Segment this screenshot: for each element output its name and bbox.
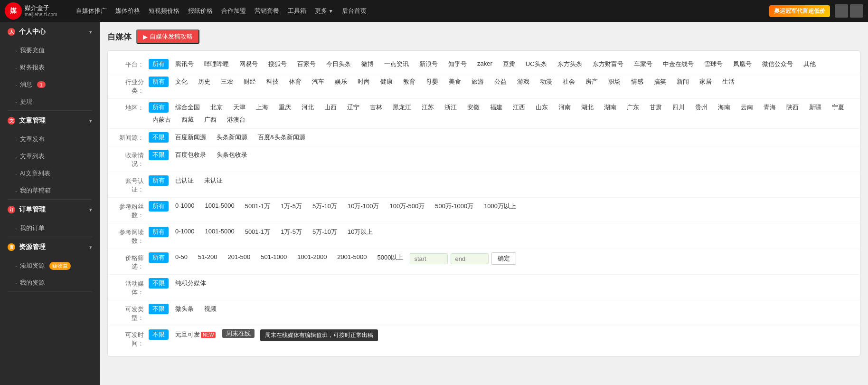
filter-tag-501-1000[interactable]: 501-1000 [257, 252, 291, 261]
filter-tag-东方头条[interactable]: 东方头条 [554, 59, 586, 69]
filter-tag-5001-1万[interactable]: 5001-1万 [241, 201, 274, 212]
filter-tag-西藏[interactable]: 西藏 [178, 115, 198, 125]
filter-tag-1001-2000[interactable]: 1001-2000 [293, 252, 330, 261]
filter-tag-新浪号[interactable]: 新浪号 [415, 59, 442, 69]
filter-tag-zaker[interactable]: zaker [473, 59, 496, 68]
filter-tag-宁夏[interactable]: 宁夏 [828, 102, 848, 113]
price-confirm-button[interactable]: 确定 [491, 252, 516, 265]
nav-item-工具箱[interactable]: 工具箱 [288, 7, 306, 15]
filter-tag-腾讯号[interactable]: 腾讯号 [171, 59, 198, 69]
filter-tag-历史[interactable]: 历史 [194, 77, 214, 87]
filter-tag-1000万以上[interactable]: 1000万以上 [480, 201, 520, 212]
filter-tag-UC头条[interactable]: UC头条 [522, 59, 551, 69]
sidebar-item-添加资源[interactable]: ·添加资源赚收益 [0, 257, 100, 274]
filter-tag-1001-5000[interactable]: 1001-5000 [201, 227, 238, 236]
filter-tag-动漫[interactable]: 动漫 [536, 77, 556, 87]
filter-tag-凤凰号[interactable]: 凤凰号 [729, 59, 755, 69]
filter-tag-0-1000[interactable]: 0-1000 [171, 227, 198, 236]
filter-tag-百度&头条新闻源[interactable]: 百度&头条新闻源 [254, 132, 309, 143]
filter-tag-10万以上[interactable]: 10万以上 [344, 227, 377, 237]
sidebar-header-personal[interactable]: 人 个人中心 ▾ [0, 22, 100, 42]
filter-tag-1万-5万[interactable]: 1万-5万 [277, 227, 306, 237]
filter-tag-视频[interactable]: 视频 [200, 304, 220, 314]
filter-tag-广西[interactable]: 广西 [200, 115, 220, 125]
filter-tag-浙江[interactable]: 浙江 [441, 102, 461, 113]
filter-tag-所有[interactable]: 所有 [149, 227, 169, 237]
filter-tag-新疆[interactable]: 新疆 [805, 102, 825, 113]
filter-tag-2001-5000[interactable]: 2001-5000 [333, 252, 370, 261]
filter-tag-公益[interactable]: 公益 [491, 77, 510, 87]
filter-tag-新闻[interactable]: 新闻 [673, 77, 693, 87]
filter-tag-社会[interactable]: 社会 [559, 77, 579, 87]
filter-tag-北京[interactable]: 北京 [207, 102, 226, 113]
filter-tag-山西[interactable]: 山西 [321, 102, 340, 113]
filter-tag-上海[interactable]: 上海 [252, 102, 272, 113]
filter-tag-车家号[interactable]: 车家号 [630, 59, 656, 69]
filter-tag-母婴[interactable]: 母婴 [422, 77, 442, 87]
filter-tag-中金在线号[interactable]: 中金在线号 [659, 59, 698, 69]
filter-tag-贵州[interactable]: 贵州 [691, 102, 711, 113]
filter-tag-东方财富号[interactable]: 东方财富号 [589, 59, 627, 69]
filter-tag-微信公众号[interactable]: 微信公众号 [758, 59, 797, 69]
filter-tag-搞笑[interactable]: 搞笑 [650, 77, 670, 87]
nav-item-报纸价格[interactable]: 报纸价格 [188, 7, 213, 15]
filter-tag-周末在线[interactable]: 周末在线 [222, 329, 255, 338]
filter-tag-豆瓣[interactable]: 豆瓣 [499, 59, 519, 69]
nav-item-自媒体推广[interactable]: 自媒体推广 [76, 7, 107, 15]
filter-tag-四川[interactable]: 四川 [669, 102, 689, 113]
filter-tag-网易号[interactable]: 网易号 [236, 59, 262, 69]
filter-tag-海南[interactable]: 海南 [714, 102, 734, 113]
filter-tag-100万-500万[interactable]: 100万-500万 [386, 201, 428, 212]
filter-tag-纯积分媒体[interactable]: 纯积分媒体 [171, 278, 210, 289]
nav-item-更多[interactable]: 更多 [315, 7, 333, 15]
filter-tag-家居[interactable]: 家居 [696, 77, 716, 87]
filter-tag-职场[interactable]: 职场 [604, 77, 624, 87]
filter-tag-微头条[interactable]: 微头条 [171, 304, 198, 314]
filter-tag-不限[interactable]: 不限 [149, 278, 169, 289]
filter-tag-天津[interactable]: 天津 [229, 102, 249, 113]
filter-tag-10万-100万[interactable]: 10万-100万 [344, 201, 383, 212]
filter-tag-知乎号[interactable]: 知乎号 [444, 59, 471, 69]
filter-tag-河南[interactable]: 河南 [555, 102, 575, 113]
filter-tag-教育[interactable]: 教育 [399, 77, 419, 87]
filter-tag-山东[interactable]: 山东 [532, 102, 552, 113]
filter-tag-500万-1000万[interactable]: 500万-1000万 [431, 201, 477, 212]
filter-tag-财经[interactable]: 财经 [240, 77, 260, 87]
filter-tag-今日头条[interactable]: 今日头条 [322, 59, 355, 69]
filter-tag-0-1000[interactable]: 0-1000 [171, 201, 198, 210]
filter-tag-时尚[interactable]: 时尚 [354, 77, 374, 87]
filter-tag-吉林[interactable]: 吉林 [366, 102, 386, 113]
filter-tag-5万-10万[interactable]: 5万-10万 [309, 227, 341, 237]
filter-tag-重庆[interactable]: 重庆 [275, 102, 295, 113]
nav-item-媒体价格[interactable]: 媒体价格 [115, 7, 140, 15]
filter-tag-湖南[interactable]: 湖南 [600, 102, 620, 113]
sidebar-item-我的资源[interactable]: ·我的资源 [0, 274, 100, 291]
sidebar-item-AI文章列表[interactable]: ·AI文章列表 [0, 165, 100, 182]
filter-tag-不限[interactable]: 不限 [149, 304, 169, 314]
filter-tag-游戏[interactable]: 游戏 [513, 77, 533, 87]
filter-tag-201-500[interactable]: 201-500 [224, 252, 255, 261]
filter-tag-内蒙古[interactable]: 内蒙古 [149, 115, 175, 125]
filter-tag-5万-10万[interactable]: 5万-10万 [309, 201, 341, 212]
price-end-input[interactable] [451, 253, 489, 264]
filter-tag-房产[interactable]: 房产 [582, 77, 602, 87]
sidebar-header-resource[interactable]: 资 资源管理 ▾ [0, 237, 100, 257]
filter-tag-51-200[interactable]: 51-200 [194, 252, 221, 261]
nav-item-营销套餐[interactable]: 营销套餐 [255, 7, 279, 15]
filter-tag-百度包收录[interactable]: 百度包收录 [171, 150, 210, 160]
filter-tag-1001-5000[interactable]: 1001-5000 [201, 201, 238, 210]
filter-tag-健康[interactable]: 健康 [377, 77, 396, 87]
filter-tag-云南[interactable]: 云南 [737, 102, 757, 113]
filter-tag-三农[interactable]: 三农 [217, 77, 237, 87]
sidebar-item-我要充值[interactable]: ·我要充值 [0, 42, 100, 59]
filter-tag-安徽[interactable]: 安徽 [463, 102, 483, 113]
filter-tag-江西[interactable]: 江西 [509, 102, 529, 113]
filter-tag-体育[interactable]: 体育 [285, 77, 305, 87]
sidebar-header-article[interactable]: 文 文章管理 ▾ [0, 111, 100, 131]
filter-tag-港澳台[interactable]: 港澳台 [223, 115, 249, 125]
filter-tag-不限[interactable]: 不限 [149, 150, 169, 160]
filter-tag-所有[interactable]: 所有 [149, 102, 169, 113]
filter-tag-美食[interactable]: 美食 [445, 77, 465, 87]
sidebar-item-文章发布[interactable]: ·文章发布 [0, 131, 100, 148]
sidebar-item-文章列表[interactable]: ·文章列表 [0, 148, 100, 165]
